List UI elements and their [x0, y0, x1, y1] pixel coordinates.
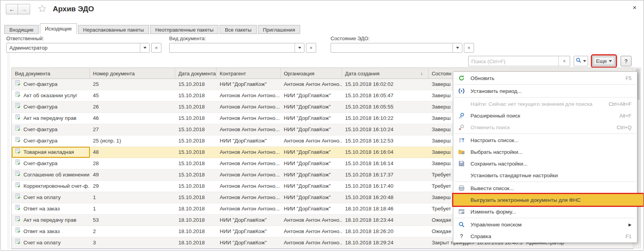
filter-label: Вид документа:	[169, 36, 316, 41]
column-header[interactable]: Номер документа	[90, 68, 175, 78]
document-sent-icon	[15, 169, 21, 180]
cell-doc-number: 48	[90, 147, 175, 158]
menu-item-label: Найти: Сейчас нет текущего значения для …	[470, 101, 604, 107]
chevron-down-icon[interactable]	[140, 43, 149, 52]
menu-change-form[interactable]: Изменить форму...	[453, 206, 637, 217]
cell-organization: НИИ "ДорГлавКож"	[281, 192, 342, 203]
search-button[interactable]	[574, 56, 588, 66]
menu-configure-list[interactable]: Настроить список...	[453, 134, 637, 146]
edostate-combo-input[interactable]	[331, 43, 462, 53]
column-header[interactable]: Дата создания↓	[342, 68, 429, 78]
cell-counterparty: НИИ "ДорГлавКож"	[216, 237, 281, 248]
cell-doc-type: Счет на оплату	[12, 237, 90, 248]
menu-advanced-search[interactable]: Расширенный поискAlt+F	[453, 110, 637, 121]
menu-save-settings[interactable]: Сохранить настройки...	[453, 158, 637, 169]
cell-doc-type: Счет-фактура	[12, 158, 90, 169]
back-button[interactable]: ←	[6, 4, 18, 14]
menu-separator	[454, 84, 636, 85]
group-frame-line	[8, 35, 8, 249]
page-title: Архив ЭДО	[53, 5, 94, 13]
document-sent-icon	[15, 124, 21, 135]
forward-button[interactable]: →	[18, 4, 30, 14]
set-period-icon	[458, 88, 465, 94]
cell-counterparty: НИИ "ДорГлавКож"	[216, 215, 281, 226]
cell-counterparty: НИИ "ДорГлавКож"	[216, 226, 281, 237]
menu-cancel-search[interactable]: Отменить поискCtrl+Q	[453, 121, 637, 133]
cell-organization: Антонов Антон Антоно...	[281, 226, 342, 237]
document-sent-icon	[15, 181, 21, 192]
cell-counterparty: Антонов Антон Антоно...	[216, 158, 281, 169]
cell-doc-type: Счет-фактура	[12, 124, 90, 135]
menu-refresh[interactable]: ОбновитьF5	[453, 72, 637, 84]
save-settings-icon	[458, 160, 465, 167]
group-frame-line	[9, 35, 10, 249]
close-icon[interactable]: ×	[633, 4, 637, 12]
cell-doc-number: 49	[90, 169, 175, 180]
help-button[interactable]: ?	[621, 56, 631, 66]
menu-item-label: Вывести список...	[470, 185, 631, 191]
menu-item-label: Изменить форму...	[470, 209, 631, 215]
tab-incoming[interactable]: Входящие	[4, 25, 39, 34]
tab-unsent-packages[interactable]: Неотправленные пакеты	[150, 25, 218, 34]
menu-print-list[interactable]: Вывести список...	[453, 182, 637, 194]
menu-separator	[454, 218, 636, 218]
cell-doc-type: Счет-фактура	[12, 101, 90, 112]
menu-search-management[interactable]: Управление поиском▶	[453, 219, 637, 230]
cell-doc-type: Корректировочный счет-ф...	[12, 181, 90, 192]
column-header[interactable]: Организация	[281, 68, 342, 78]
cell-doc-type: Соглашение об изменении...	[12, 169, 90, 180]
cell-created: 15.10.2018 16:12:53	[342, 135, 429, 146]
edostate-value	[331, 43, 453, 52]
cell-doc-type: Ответ на заказ	[12, 203, 90, 214]
menu-item-shortcut: Ctrl+Alt+F	[608, 101, 631, 107]
cell-doc-type: Товарная накладная	[12, 147, 90, 158]
cell-doc-number: 25 (испр. 1)	[90, 135, 175, 146]
cell-doc-date: 18.10.2018	[175, 203, 216, 214]
cell-doc-number: 29	[90, 181, 175, 192]
menu-item-label: Настроить список...	[470, 137, 631, 143]
document-sent-icon	[15, 203, 21, 214]
column-header[interactable]: Вид документа	[12, 68, 90, 78]
chevron-down-icon[interactable]	[453, 43, 462, 52]
menu-choose-settings[interactable]: Выбрать настройки...	[453, 146, 637, 158]
menu-standard-settings[interactable]: Установить стандартные настройки	[453, 169, 637, 181]
column-header[interactable]: Контрагент	[216, 68, 281, 78]
menu-find-current[interactable]: Найти: Сейчас нет текущего значения для …	[453, 98, 637, 110]
cell-doc-number: 1	[90, 203, 175, 214]
cell-counterparty: НИИ "ДорГлавКож"	[216, 135, 281, 146]
tab-invitations[interactable]: Приглашения	[258, 25, 300, 34]
more-button[interactable]: Еще	[592, 56, 615, 66]
menu-help[interactable]: ?СправкаF1	[453, 230, 637, 242]
cell-doc-date: 15.10.2018	[175, 135, 216, 146]
clear-icon[interactable]: ×	[464, 43, 474, 53]
menu-set-period[interactable]: Установить период...	[453, 85, 637, 97]
menu-separator	[454, 182, 636, 182]
responsible-combo-input[interactable]: Администратор	[6, 43, 150, 53]
favorite-star-icon[interactable]	[38, 4, 47, 14]
cell-doc-type: Ответ на заказ	[12, 226, 90, 237]
cell-counterparty: НИИ "ДорГлавКож"	[216, 79, 281, 90]
cell-organization: НИИ "ДорГлавКож"	[281, 169, 342, 180]
cell-doc-type: Акт об оказании услуг	[12, 90, 90, 101]
tab-all-packages[interactable]: Все пакеты	[220, 25, 256, 34]
search-input[interactable]: Поиск (Ctrl+F) ×	[468, 56, 570, 66]
doctype-combo-input[interactable]	[169, 43, 304, 53]
tab-unpacked-packages[interactable]: Нераспакованные пакеты	[78, 25, 149, 34]
clear-icon[interactable]: ×	[151, 43, 161, 53]
change-form-icon	[458, 208, 465, 215]
menu-export-fns[interactable]: Выгрузить электронные документы для ФНС	[453, 194, 643, 206]
cell-organization: НИИ "ДорГлавКож"	[281, 101, 342, 112]
cell-doc-date: 15.10.2018	[175, 147, 216, 158]
history-nav: ← →	[6, 4, 30, 14]
clear-icon[interactable]: ×	[306, 43, 316, 53]
filter-edostate: Состояние ЭДО: ×	[331, 36, 474, 53]
tab-outgoing[interactable]: Исходящие	[40, 23, 77, 34]
menu-item-label: Сохранить настройки...	[470, 161, 631, 167]
column-header[interactable]: Дата документа	[175, 68, 216, 78]
menu-item-label: Управление поиском	[470, 222, 624, 228]
cell-created: 18.10.2018 18:23:44	[342, 215, 429, 226]
menu-item-label: Установить стандартные настройки	[470, 173, 631, 178]
search-placeholder: Поиск (Ctrl+F)	[469, 56, 558, 66]
clear-icon[interactable]: ×	[558, 56, 570, 66]
chevron-down-icon[interactable]	[295, 43, 304, 52]
